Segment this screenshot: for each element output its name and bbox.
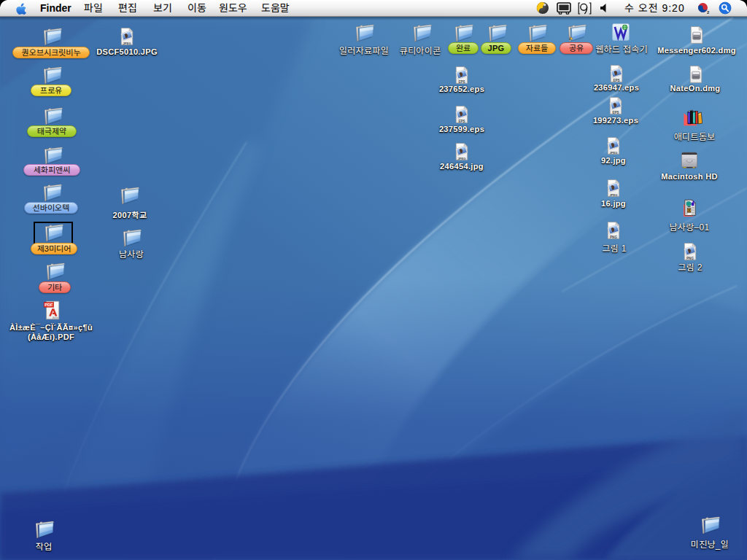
svg-text:2: 2 <box>707 10 710 15</box>
